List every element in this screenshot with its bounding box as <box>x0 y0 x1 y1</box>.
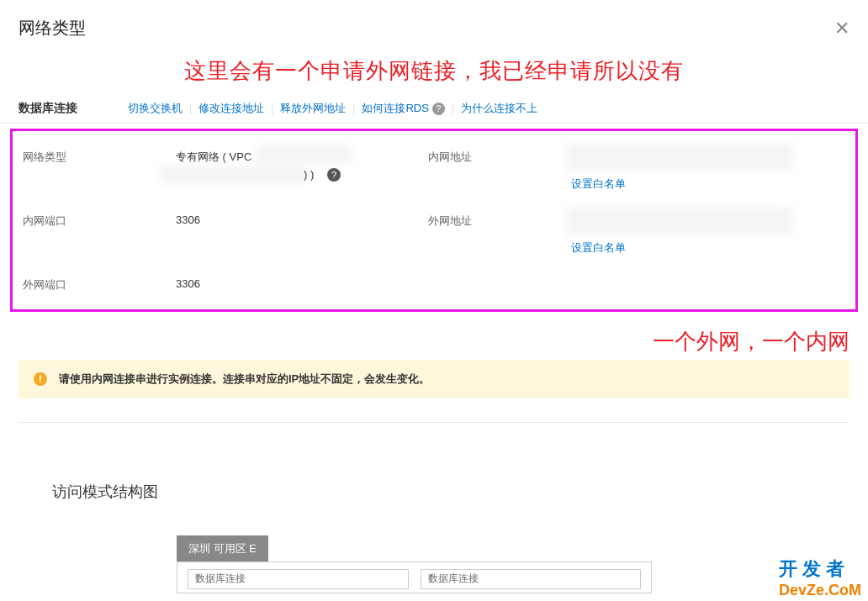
divider <box>19 422 849 423</box>
section-title: 数据库连接 <box>19 101 77 116</box>
separator: | <box>352 103 355 114</box>
help-icon[interactable]: ? <box>432 103 445 115</box>
warning-icon: ! <box>34 372 47 386</box>
separator: | <box>452 103 454 114</box>
internal-port-label: 内网端口 <box>23 214 176 256</box>
section-header: 数据库连接 切换交换机 | 修改连接地址 | 释放外网地址 | 如何连接RDS … <box>0 92 868 124</box>
annotation-right: 一个外网，一个内网 <box>0 327 868 356</box>
inner-box-1: 数据库连接 <box>188 569 409 589</box>
help-icon[interactable]: ? <box>327 168 341 182</box>
separator: | <box>271 103 273 114</box>
why-fail-link[interactable]: 为什么连接不上 <box>461 101 537 116</box>
external-port-label: 外网端口 <box>23 277 176 293</box>
modify-addr-link[interactable]: 修改连接地址 <box>198 101 264 116</box>
internal-addr-label: 内网地址 <box>428 150 571 192</box>
annotation-top: 这里会有一个申请外网链接，我已经申请所以没有 <box>0 56 868 86</box>
internal-addr-value: 设置白名单 <box>571 150 845 192</box>
network-type-value: 专有网络 ( VPC ) ) ? <box>176 150 428 192</box>
zone-box: 数据库连接 数据库连接 <box>177 561 652 593</box>
diagram-area: 深圳 可用区 E 数据库连接 数据库连接 <box>177 535 849 593</box>
notice-bar: ! 请使用内网连接串进行实例连接。连接串对应的IP地址不固定，会发生变化。 <box>19 360 849 398</box>
internal-port-value: 3306 <box>176 214 428 256</box>
switch-switch-link[interactable]: 切换交换机 <box>128 101 183 116</box>
whitelist-link[interactable]: 设置白名单 <box>571 240 626 256</box>
info-panel: 网络类型 专有网络 ( VPC ) ) ? 内网地址 设置白名单 内网端口 33… <box>10 129 858 312</box>
close-icon[interactable]: ✕ <box>834 19 849 38</box>
notice-text: 请使用内网连接串进行实例连接。连接串对应的IP地址不固定，会发生变化。 <box>59 372 430 387</box>
release-public-link[interactable]: 释放外网地址 <box>280 101 346 116</box>
network-type-label: 网络类型 <box>23 150 176 192</box>
modal-title: 网络类型 <box>19 17 86 40</box>
zone-badge: 深圳 可用区 E <box>177 535 268 562</box>
diagram-title: 访问模式结构图 <box>52 482 868 502</box>
external-port-value: 3306 <box>176 277 428 293</box>
inner-box-2: 数据库连接 <box>421 569 642 589</box>
external-addr-value: 设置白名单 <box>571 214 845 256</box>
external-addr-label: 外网地址 <box>428 214 571 256</box>
whitelist-link[interactable]: 设置白名单 <box>571 177 626 192</box>
how-connect-link[interactable]: 如何连接RDS <box>362 101 428 116</box>
separator: | <box>189 103 192 114</box>
